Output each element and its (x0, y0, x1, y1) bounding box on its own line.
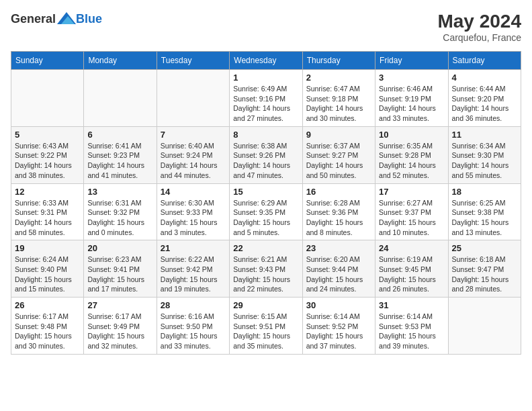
month-year-title: May 2024 (437, 11, 521, 32)
calendar-day-cell: 20Sunrise: 6:23 AMSunset: 9:41 PMDayligh… (84, 240, 157, 298)
calendar-day-cell: 19Sunrise: 6:24 AMSunset: 9:40 PMDayligh… (11, 240, 84, 298)
day-number: 24 (379, 243, 444, 253)
logo-text-blue: Blue (76, 12, 102, 26)
location-subtitle: Carquefou, France (437, 32, 521, 43)
day-of-week-header: Monday (84, 52, 157, 70)
day-info: Sunrise: 6:17 AMSunset: 9:48 PMDaylight:… (15, 312, 80, 351)
calendar-day-cell: 10Sunrise: 6:35 AMSunset: 9:28 PMDayligh… (375, 126, 448, 183)
day-info: Sunrise: 6:18 AMSunset: 9:47 PMDaylight:… (452, 255, 517, 294)
calendar-day-cell (11, 70, 84, 127)
calendar-day-cell: 28Sunrise: 6:16 AMSunset: 9:50 PMDayligh… (157, 298, 229, 355)
calendar-day-cell: 2Sunrise: 6:47 AMSunset: 9:18 PMDaylight… (302, 70, 375, 127)
calendar-day-cell: 16Sunrise: 6:28 AMSunset: 9:36 PMDayligh… (302, 183, 375, 240)
day-number: 21 (161, 243, 226, 253)
calendar-day-cell: 15Sunrise: 6:29 AMSunset: 9:35 PMDayligh… (230, 183, 302, 240)
calendar-day-cell: 18Sunrise: 6:25 AMSunset: 9:38 PMDayligh… (448, 183, 521, 240)
day-number: 19 (15, 243, 80, 253)
calendar-table: SundayMondayTuesdayWednesdayThursdayFrid… (11, 51, 521, 355)
day-number: 6 (87, 130, 152, 140)
day-number: 8 (233, 130, 298, 140)
day-of-week-header: Saturday (448, 52, 521, 70)
day-number: 20 (87, 243, 152, 253)
calendar-day-cell: 23Sunrise: 6:20 AMSunset: 9:44 PMDayligh… (302, 240, 375, 298)
day-number: 22 (233, 243, 298, 253)
day-number: 11 (452, 130, 517, 140)
calendar-day-cell (157, 70, 229, 127)
day-info: Sunrise: 6:34 AMSunset: 9:30 PMDaylight:… (452, 141, 517, 181)
day-info: Sunrise: 6:43 AMSunset: 9:22 PMDaylight:… (15, 141, 80, 181)
day-info: Sunrise: 6:46 AMSunset: 9:19 PMDaylight:… (379, 84, 444, 124)
calendar-day-cell: 26Sunrise: 6:17 AMSunset: 9:48 PMDayligh… (11, 298, 84, 355)
page-header: General Blue May 2024 Carquefou, France (11, 11, 521, 43)
day-info: Sunrise: 6:28 AMSunset: 9:36 PMDaylight:… (306, 198, 371, 238)
day-info: Sunrise: 6:41 AMSunset: 9:23 PMDaylight:… (87, 141, 152, 181)
day-info: Sunrise: 6:14 AMSunset: 9:53 PMDaylight:… (379, 312, 444, 351)
day-number: 2 (306, 73, 371, 83)
day-info: Sunrise: 6:22 AMSunset: 9:42 PMDaylight:… (161, 255, 226, 294)
day-number: 3 (379, 73, 444, 83)
day-number: 5 (15, 130, 80, 140)
day-number: 26 (15, 300, 80, 310)
calendar-day-cell: 21Sunrise: 6:22 AMSunset: 9:42 PMDayligh… (157, 240, 229, 298)
day-info: Sunrise: 6:40 AMSunset: 9:24 PMDaylight:… (161, 141, 226, 181)
day-number: 13 (87, 187, 152, 197)
day-number: 23 (306, 243, 371, 253)
calendar-day-cell: 25Sunrise: 6:18 AMSunset: 9:47 PMDayligh… (448, 240, 521, 298)
day-info: Sunrise: 6:19 AMSunset: 9:45 PMDaylight:… (379, 255, 444, 294)
calendar-day-cell: 4Sunrise: 6:44 AMSunset: 9:20 PMDaylight… (448, 70, 521, 127)
day-info: Sunrise: 6:17 AMSunset: 9:49 PMDaylight:… (87, 312, 152, 351)
day-info: Sunrise: 6:20 AMSunset: 9:44 PMDaylight:… (306, 255, 371, 294)
calendar-week-row: 5Sunrise: 6:43 AMSunset: 9:22 PMDaylight… (11, 126, 521, 183)
day-info: Sunrise: 6:16 AMSunset: 9:50 PMDaylight:… (161, 312, 226, 351)
calendar-day-cell: 24Sunrise: 6:19 AMSunset: 9:45 PMDayligh… (375, 240, 448, 298)
day-number: 7 (161, 130, 226, 140)
calendar-day-cell: 27Sunrise: 6:17 AMSunset: 9:49 PMDayligh… (84, 298, 157, 355)
day-info: Sunrise: 6:31 AMSunset: 9:32 PMDaylight:… (87, 198, 152, 238)
day-number: 4 (452, 73, 517, 83)
day-info: Sunrise: 6:47 AMSunset: 9:18 PMDaylight:… (306, 84, 371, 124)
calendar-day-cell: 29Sunrise: 6:15 AMSunset: 9:51 PMDayligh… (230, 298, 302, 355)
day-info: Sunrise: 6:44 AMSunset: 9:20 PMDaylight:… (452, 84, 517, 124)
day-number: 30 (306, 300, 371, 310)
calendar-day-cell: 13Sunrise: 6:31 AMSunset: 9:32 PMDayligh… (84, 183, 157, 240)
day-number: 29 (233, 300, 298, 310)
calendar-day-cell: 14Sunrise: 6:30 AMSunset: 9:33 PMDayligh… (157, 183, 229, 240)
day-number: 25 (452, 243, 517, 253)
day-info: Sunrise: 6:25 AMSunset: 9:38 PMDaylight:… (452, 198, 517, 238)
day-info: Sunrise: 6:49 AMSunset: 9:16 PMDaylight:… (233, 84, 298, 124)
day-number: 28 (161, 300, 226, 310)
calendar-day-cell: 1Sunrise: 6:49 AMSunset: 9:16 PMDaylight… (230, 70, 302, 127)
day-number: 17 (379, 187, 444, 197)
calendar-week-row: 19Sunrise: 6:24 AMSunset: 9:40 PMDayligh… (11, 240, 521, 298)
day-of-week-header: Friday (375, 52, 448, 70)
logo: General Blue (11, 11, 102, 27)
calendar-day-cell: 12Sunrise: 6:33 AMSunset: 9:31 PMDayligh… (11, 183, 84, 240)
day-info: Sunrise: 6:38 AMSunset: 9:26 PMDaylight:… (233, 141, 298, 181)
day-info: Sunrise: 6:24 AMSunset: 9:40 PMDaylight:… (15, 255, 80, 294)
logo-text-general: General (11, 12, 56, 26)
day-of-week-header: Thursday (302, 52, 375, 70)
calendar-header-row: SundayMondayTuesdayWednesdayThursdayFrid… (11, 52, 521, 70)
day-info: Sunrise: 6:27 AMSunset: 9:37 PMDaylight:… (379, 198, 444, 238)
day-of-week-header: Sunday (11, 52, 84, 70)
day-info: Sunrise: 6:33 AMSunset: 9:31 PMDaylight:… (15, 198, 80, 238)
calendar-week-row: 1Sunrise: 6:49 AMSunset: 9:16 PMDaylight… (11, 70, 521, 127)
calendar-week-row: 26Sunrise: 6:17 AMSunset: 9:48 PMDayligh… (11, 298, 521, 355)
calendar-day-cell: 17Sunrise: 6:27 AMSunset: 9:37 PMDayligh… (375, 183, 448, 240)
day-number: 31 (379, 300, 444, 310)
day-info: Sunrise: 6:23 AMSunset: 9:41 PMDaylight:… (87, 255, 152, 294)
calendar-day-cell: 11Sunrise: 6:34 AMSunset: 9:30 PMDayligh… (448, 126, 521, 183)
day-number: 16 (306, 187, 371, 197)
day-number: 18 (452, 187, 517, 197)
day-number: 27 (87, 300, 152, 310)
day-info: Sunrise: 6:21 AMSunset: 9:43 PMDaylight:… (233, 255, 298, 294)
day-number: 15 (233, 187, 298, 197)
calendar-day-cell: 5Sunrise: 6:43 AMSunset: 9:22 PMDaylight… (11, 126, 84, 183)
calendar-day-cell: 30Sunrise: 6:14 AMSunset: 9:52 PMDayligh… (302, 298, 375, 355)
day-info: Sunrise: 6:35 AMSunset: 9:28 PMDaylight:… (379, 141, 444, 181)
calendar-week-row: 12Sunrise: 6:33 AMSunset: 9:31 PMDayligh… (11, 183, 521, 240)
day-of-week-header: Wednesday (230, 52, 302, 70)
day-info: Sunrise: 6:14 AMSunset: 9:52 PMDaylight:… (306, 312, 371, 351)
calendar-day-cell: 3Sunrise: 6:46 AMSunset: 9:19 PMDaylight… (375, 70, 448, 127)
logo-icon (57, 11, 76, 27)
